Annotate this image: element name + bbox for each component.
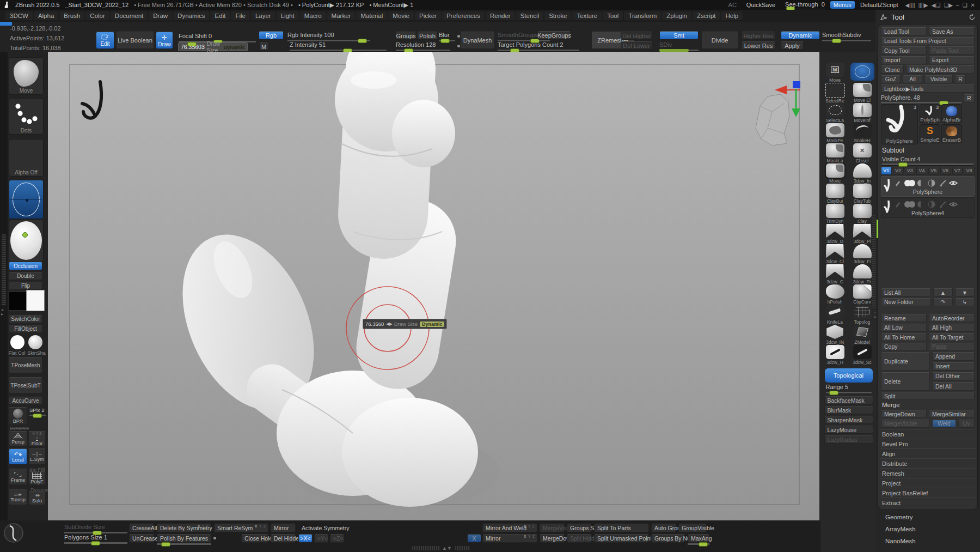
higher-res-button[interactable]: Higher Res bbox=[742, 32, 775, 40]
mrgb-m-button[interactable]: M bbox=[259, 43, 268, 51]
menu-picker[interactable]: Picker bbox=[415, 11, 441, 20]
mirror-and-weld-button[interactable]: Mirror And WeldX Y Z bbox=[482, 524, 537, 532]
local-button[interactable]: ↶●Local bbox=[9, 448, 27, 465]
quickpick-hpolish[interactable]: hPolish bbox=[822, 284, 849, 305]
spix-slider[interactable]: SPix 2 bbox=[29, 407, 46, 417]
quickpick-moveinf[interactable]: MoveInf bbox=[849, 103, 876, 123]
menu-help[interactable]: Help bbox=[721, 11, 743, 20]
quickpick-3dcw_pi[interactable]: 3dcw_Pi bbox=[849, 224, 876, 244]
range-knob[interactable] bbox=[829, 391, 838, 395]
quickpick-3dcw_pr[interactable]: 3dcw_Pr bbox=[849, 264, 876, 284]
main-color-swatch[interactable] bbox=[9, 292, 27, 311]
split-hidden-button[interactable]: Split Hidden bbox=[567, 534, 592, 543]
menu-zscript[interactable]: Zscript bbox=[693, 11, 720, 20]
see-through-slider[interactable]: See-through 0 bbox=[785, 1, 825, 9]
menu-layer[interactable]: Layer bbox=[251, 11, 275, 20]
menu-draw[interactable]: Draw bbox=[149, 11, 172, 20]
polysphere-r-button[interactable]: R bbox=[964, 94, 975, 102]
backfacemask-button[interactable]: BackfaceMask bbox=[824, 396, 873, 404]
new-folder-button[interactable]: New Folder bbox=[881, 298, 931, 306]
load-tools-from-project-button[interactable]: Load Tools From Project bbox=[881, 37, 975, 45]
move-down-button[interactable]: ▼ bbox=[955, 288, 975, 296]
paste-tool-button[interactable]: Paste Tool bbox=[929, 46, 975, 54]
copy-tool-button[interactable]: Copy Tool bbox=[881, 46, 927, 54]
uv-button[interactable]: Uv bbox=[958, 420, 975, 428]
quickpick-3dcw_in[interactable]: 3dcw_In bbox=[849, 163, 876, 184]
tposemesh-button[interactable]: TPoseMesh bbox=[9, 357, 42, 373]
quicksave-button[interactable]: QuickSave bbox=[742, 2, 780, 8]
maxang-track[interactable] bbox=[688, 543, 709, 545]
copy-button[interactable]: Copy bbox=[881, 343, 927, 351]
uncreaseall-button[interactable]: UnCreaseAll bbox=[129, 534, 154, 543]
xyz-mini-toggles[interactable]: X Y Z bbox=[524, 524, 535, 528]
tool-thumb-polysph[interactable]: 3PolySph bbox=[920, 104, 940, 123]
menu-light[interactable]: Light bbox=[277, 11, 299, 20]
autoreorder-button[interactable]: AutoReorder bbox=[929, 314, 975, 322]
quickpick-3dcw_c[interactable]: 3dcw_C bbox=[822, 264, 849, 284]
-y--button[interactable]: >Y< bbox=[314, 534, 328, 543]
persp-button[interactable]: Persp bbox=[9, 431, 27, 446]
left-scrollbar[interactable] bbox=[2, 234, 6, 305]
groups-by-normals-button[interactable]: Groups By Normals bbox=[651, 534, 685, 543]
goz-button[interactable]: GoZ bbox=[881, 75, 901, 83]
menus-button[interactable]: Menus bbox=[830, 1, 855, 9]
subtool-item-polysphere[interactable]: PolySphere bbox=[881, 176, 975, 197]
quickpick-claytub[interactable]: ClayTub bbox=[849, 184, 876, 204]
menu-transform[interactable]: Transform bbox=[624, 11, 661, 20]
lazymouse-button[interactable]: LazyMouse bbox=[824, 426, 873, 434]
polish-button[interactable]: Polish bbox=[417, 32, 438, 40]
secondary-color-swatch[interactable] bbox=[26, 290, 45, 311]
live-boolean-button[interactable]: Live Boolean bbox=[116, 32, 154, 49]
del-other-button[interactable]: Del Other bbox=[932, 372, 975, 381]
range-track[interactable] bbox=[826, 392, 872, 394]
groupvisible-button[interactable]: GroupVisible bbox=[678, 524, 707, 532]
transp-button[interactable]: ▱▰Transp bbox=[9, 489, 27, 505]
quickpick-trimdyn[interactable]: TrimDyn bbox=[822, 204, 849, 224]
split-button[interactable]: Split bbox=[881, 392, 975, 400]
quickpick-zmodel[interactable]: ZModel bbox=[849, 325, 876, 345]
auto-groups-button[interactable]: Auto Groups bbox=[651, 524, 676, 532]
mirror-button[interactable]: MirrorX Y Z bbox=[482, 534, 537, 543]
insert-button[interactable]: Insert bbox=[932, 362, 975, 371]
smooth-subdiv-slider[interactable]: SmoothSubdiv bbox=[822, 32, 871, 42]
target-polygons-slider[interactable]: Target Polygons Count 2 bbox=[498, 41, 579, 52]
all-low-button[interactable]: All Low bbox=[881, 324, 927, 332]
lightbox-tools-button[interactable]: Lightbox▶Tools bbox=[881, 84, 975, 93]
quickpick-3dcw_cl[interactable]: 3dcw_Cl bbox=[822, 244, 849, 264]
load-tool-button[interactable]: Load Tool bbox=[881, 27, 927, 35]
duplicate-button[interactable]: Duplicate bbox=[881, 352, 930, 371]
bevel-pro-section[interactable]: Bevel Pro bbox=[880, 439, 976, 448]
distribute-section[interactable]: Distribute bbox=[880, 458, 976, 468]
clone-button[interactable]: Clone bbox=[881, 65, 904, 74]
switchcolor-button[interactable]: SwitchColor bbox=[9, 315, 42, 323]
groups-button[interactable]: Groups bbox=[396, 32, 416, 40]
quickpick-move el[interactable]: Move El bbox=[849, 83, 876, 103]
skinshade-preview[interactable] bbox=[28, 335, 42, 349]
subdivide-size-slider[interactable]: SubDivide Size bbox=[64, 524, 127, 534]
append-button[interactable]: Append bbox=[932, 352, 975, 361]
maxang-button[interactable]: MaxAng bbox=[688, 534, 709, 543]
-z--button[interactable]: >Z< bbox=[330, 534, 344, 543]
mergedown-button[interactable]: MergeDown bbox=[881, 410, 927, 418]
brush-thumbnail[interactable]: Move bbox=[9, 57, 44, 95]
menu-brush[interactable]: Brush bbox=[59, 11, 84, 20]
quickpick-selectla[interactable]: SelectLa bbox=[822, 103, 849, 123]
dynamic-button[interactable]: Dynamic bbox=[781, 31, 820, 40]
project-basrelief-section[interactable]: Project BasRelief bbox=[880, 488, 976, 498]
occlusion-button[interactable]: Occlusion bbox=[9, 262, 42, 270]
mergevisible-button[interactable]: MergeVisible bbox=[881, 420, 930, 428]
palette-geometry[interactable]: Geometry bbox=[878, 512, 978, 522]
polish-by-features-button[interactable]: Polish By Features bbox=[157, 534, 211, 543]
all-high-button[interactable]: All High bbox=[929, 324, 975, 332]
menu-stencil[interactable]: Stencil bbox=[516, 11, 544, 20]
bottom-scrollbar-left[interactable] bbox=[412, 546, 440, 550]
fillobject-button[interactable]: FillObject bbox=[9, 325, 42, 333]
rgb-intensity-slider[interactable]: Rgb Intensity 100 bbox=[287, 32, 370, 42]
range-slider[interactable]: Range 5 bbox=[826, 384, 872, 394]
menu-movie[interactable]: Movie bbox=[388, 11, 414, 20]
sdiv-slider[interactable]: SDiv bbox=[659, 41, 699, 52]
window-control-icon[interactable]: ✕ bbox=[969, 2, 977, 8]
tool-thumb-eraserb[interactable]: EraserB bbox=[941, 124, 962, 143]
dynamesh-button[interactable]: DynaMesh bbox=[460, 32, 495, 49]
menu-file[interactable]: File bbox=[231, 11, 250, 20]
